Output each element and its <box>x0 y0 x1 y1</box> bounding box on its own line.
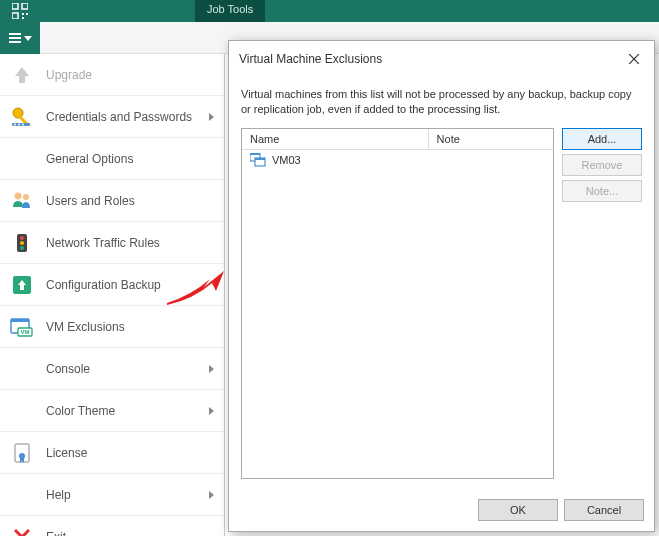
menu-label: Exit <box>46 530 214 537</box>
svg-point-11 <box>22 123 24 125</box>
chevron-right-icon <box>209 365 214 373</box>
menu-item-console[interactable]: Console <box>0 348 224 390</box>
list-cell-name: VM03 <box>272 154 301 166</box>
dialog-title: Virtual Machine Exclusions <box>239 52 624 66</box>
config-backup-icon <box>8 271 36 299</box>
menu-item-color-theme[interactable]: Color Theme <box>0 390 224 432</box>
exclusion-list[interactable]: Name Note VM03 <box>241 128 554 479</box>
menu-label: Color Theme <box>46 404 209 418</box>
note-button[interactable]: Note... <box>562 180 642 202</box>
menu-item-help[interactable]: Help <box>0 474 224 516</box>
menu-label: Console <box>46 362 209 376</box>
menu-label: Help <box>46 488 209 502</box>
ribbon-header: Job Tools <box>0 0 659 22</box>
svg-point-15 <box>20 236 24 240</box>
cancel-button[interactable]: Cancel <box>564 499 644 521</box>
svg-rect-32 <box>255 158 265 160</box>
dialog-titlebar: Virtual Machine Exclusions <box>229 41 654 77</box>
vm-icon: VM <box>8 313 36 341</box>
license-icon <box>8 439 36 467</box>
traffic-icon <box>8 229 36 257</box>
svg-point-10 <box>18 123 20 125</box>
svg-rect-20 <box>11 319 29 322</box>
options-icon <box>8 145 36 173</box>
menu-label: Credentials and Passwords <box>46 110 209 124</box>
svg-rect-0 <box>12 3 18 9</box>
help-icon <box>8 481 36 509</box>
chevron-right-icon <box>209 113 214 121</box>
svg-point-9 <box>14 123 16 125</box>
menu-item-vm-exclusions[interactable]: VM VM Exclusions <box>0 306 224 348</box>
list-header: Name Note <box>242 129 553 150</box>
svg-rect-30 <box>250 153 260 155</box>
menu-label: License <box>46 446 214 460</box>
menu-item-upgrade[interactable]: Upgrade <box>0 54 224 96</box>
svg-rect-2 <box>12 13 18 19</box>
menu-label: Users and Roles <box>46 194 214 208</box>
svg-rect-3 <box>22 13 24 15</box>
svg-point-13 <box>23 194 29 200</box>
exit-icon <box>8 523 36 537</box>
menu-item-license[interactable]: License <box>0 432 224 474</box>
menu-item-exit[interactable]: Exit <box>0 516 224 536</box>
theme-icon <box>8 397 36 425</box>
dialog-footer: OK Cancel <box>229 489 654 531</box>
menu-label: Network Traffic Rules <box>46 236 214 250</box>
qr-icon <box>0 0 40 22</box>
add-button[interactable]: Add... <box>562 128 642 150</box>
menu-label: General Options <box>46 152 214 166</box>
menu-item-credentials[interactable]: Credentials and Passwords <box>0 96 224 138</box>
menu-label: Upgrade <box>46 68 214 82</box>
menu-item-network-traffic[interactable]: Network Traffic Rules <box>0 222 224 264</box>
svg-rect-1 <box>22 3 28 9</box>
chevron-right-icon <box>209 407 214 415</box>
svg-text:VM: VM <box>21 329 30 335</box>
file-menu-button[interactable] <box>0 22 40 54</box>
remove-button[interactable]: Remove <box>562 154 642 176</box>
menu-label: VM Exclusions <box>46 320 214 334</box>
svg-point-12 <box>15 192 22 199</box>
svg-point-17 <box>20 246 24 250</box>
vm-row-icon <box>250 153 266 167</box>
ok-button[interactable]: OK <box>478 499 558 521</box>
svg-point-16 <box>20 241 24 245</box>
chevron-right-icon <box>209 491 214 499</box>
close-button[interactable] <box>624 49 644 69</box>
column-note[interactable]: Note <box>429 129 553 149</box>
menu-item-users-roles[interactable]: Users and Roles <box>0 180 224 222</box>
close-icon <box>629 54 639 64</box>
svg-rect-4 <box>26 13 28 15</box>
upgrade-icon <box>8 61 36 89</box>
menu-item-general-options[interactable]: General Options <box>0 138 224 180</box>
ribbon-tab-job-tools[interactable]: Job Tools <box>195 0 265 22</box>
column-name[interactable]: Name <box>242 129 429 149</box>
key-icon <box>8 103 36 131</box>
svg-rect-5 <box>22 17 24 19</box>
dialog-description: Virtual machines from this list will not… <box>241 87 642 118</box>
annotation-arrow-icon <box>162 265 232 309</box>
list-row[interactable]: VM03 <box>242 150 553 170</box>
users-icon <box>8 187 36 215</box>
console-icon <box>8 355 36 383</box>
vm-exclusions-dialog: Virtual Machine Exclusions Virtual machi… <box>228 40 655 532</box>
